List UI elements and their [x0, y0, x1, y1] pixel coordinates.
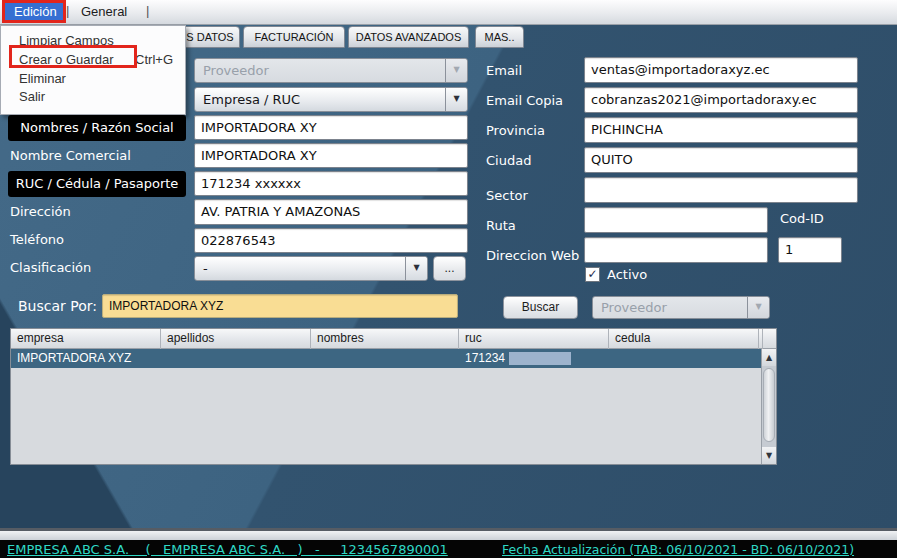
- sector-input[interactable]: [584, 177, 858, 203]
- direccion-input[interactable]: AV. PATRIA Y AMAZONAS: [194, 199, 468, 225]
- telefono-label: Teléfono: [10, 232, 64, 247]
- activo-checkbox[interactable]: ✓: [585, 267, 600, 282]
- empresa-ruc-combo-value: Empresa / RUC: [203, 88, 300, 111]
- scrollbar-thumb[interactable]: [763, 368, 775, 442]
- results-table: empresa apellidos nombres ruc cedula IMP…: [10, 328, 777, 465]
- menu-general[interactable]: General: [72, 2, 136, 22]
- email-copia-input[interactable]: cobranzas2021@importadoraxy.ec: [584, 87, 858, 113]
- menu-separator: |: [146, 3, 149, 18]
- scroll-down-icon[interactable]: ▼: [762, 447, 776, 464]
- tab-datos[interactable]: S DATOS: [180, 26, 240, 48]
- table-row[interactable]: IMPORTADORA XYZ 171234: [11, 349, 763, 368]
- annotation-box-crear-o-guardar: [9, 45, 137, 68]
- buscar-input[interactable]: IMPORTADORA XYZ: [102, 294, 458, 318]
- direccion-web-label: Direccion Web: [486, 248, 579, 263]
- direccion-web-input[interactable]: [584, 237, 768, 263]
- header-ruc[interactable]: ruc: [459, 329, 609, 349]
- cod-id-input[interactable]: 1: [778, 237, 842, 263]
- header-cedula[interactable]: cedula: [609, 329, 759, 349]
- edicion-dropdown-menu: Limpiar Campos Crear o Guardar Ctrl+G El…: [0, 25, 186, 115]
- ruc-cedula-pasaporte-label: RUC / Cédula / Pasaporte: [8, 171, 186, 197]
- nombre-comercial-label: Nombre Comercial: [10, 148, 131, 163]
- activo-label: Activo: [607, 267, 647, 282]
- email-label: Email: [486, 63, 522, 78]
- clasificacion-combo[interactable]: - ▼: [194, 256, 428, 281]
- chevron-down-icon[interactable]: ▼: [747, 297, 769, 318]
- clasificacion-more-button[interactable]: ...: [433, 256, 466, 281]
- email-input[interactable]: ventas@importadoraxyz.ec: [584, 57, 858, 83]
- tab-datos-avanzados[interactable]: DATOS AVANZADOS: [348, 26, 469, 48]
- status-bar: EMPRESA ABC S.A. ( EMPRESA ABC S.A. ) - …: [0, 540, 897, 558]
- ciudad-label: Ciudad: [486, 153, 531, 168]
- nombres-razon-social-label: Nombres / Razón Social: [8, 115, 186, 141]
- cell-ruc-text: 171234: [465, 351, 505, 365]
- search-filter-combo[interactable]: Proveedor ▼: [592, 296, 770, 319]
- provincia-label: Provincia: [486, 123, 545, 138]
- proveedor-combo-value: Proveedor: [203, 59, 269, 82]
- table-header-row: empresa apellidos nombres ruc cedula: [11, 329, 776, 349]
- buscar-button[interactable]: Buscar: [503, 296, 578, 319]
- header-nombres[interactable]: nombres: [311, 329, 459, 349]
- tab-facturacion[interactable]: FACTURACIÓN: [243, 26, 345, 48]
- header-filler: [763, 329, 776, 349]
- email-copia-label: Email Copia: [486, 93, 563, 108]
- ruc-input[interactable]: 171234 xxxxxx: [194, 171, 468, 196]
- redaction-box: [509, 352, 571, 365]
- menu-bar: Edición | General |: [0, 0, 897, 25]
- cell-empresa: IMPORTADORA XYZ: [11, 349, 161, 368]
- nombre-comercial-input[interactable]: IMPORTADORA XY: [194, 143, 468, 168]
- scroll-up-icon[interactable]: ▲: [762, 349, 776, 366]
- empresa-ruc-combo[interactable]: Empresa / RUC ▼: [194, 87, 468, 112]
- cell-apellidos: [161, 349, 311, 368]
- chevron-down-icon[interactable]: ▼: [405, 257, 427, 280]
- cell-ruc: 171234: [459, 349, 609, 368]
- crear-shortcut-label: Ctrl+G: [135, 50, 173, 69]
- check-icon: ✓: [587, 267, 597, 281]
- chevron-down-icon[interactable]: ▼: [445, 88, 467, 111]
- sector-label: Sector: [486, 188, 528, 203]
- menu-item-salir[interactable]: Salir: [1, 87, 185, 106]
- status-update-date-text: Fecha Actualización (TAB: 06/10/2021 - B…: [502, 542, 854, 557]
- provincia-input[interactable]: PICHINCHA: [584, 117, 858, 143]
- ciudad-input[interactable]: QUITO: [584, 147, 858, 173]
- telefono-input[interactable]: 022876543: [194, 228, 468, 253]
- nombres-input[interactable]: IMPORTADORA XY: [194, 115, 468, 140]
- cell-nombres: [311, 349, 459, 368]
- tab-mas[interactable]: MAS..: [475, 26, 524, 48]
- app-window: Edición | General | S DATOS FACTURACIÓN …: [0, 0, 897, 558]
- ruta-label: Ruta: [486, 218, 516, 233]
- chevron-down-icon[interactable]: ▼: [445, 59, 467, 82]
- menu-item-eliminar[interactable]: Eliminar: [1, 69, 185, 88]
- status-strip: [0, 531, 897, 540]
- search-filter-value: Proveedor: [601, 297, 667, 318]
- buscar-por-label: Buscar Por:: [18, 298, 97, 314]
- cod-id-label: Cod-ID: [780, 211, 824, 226]
- status-company-text: EMPRESA ABC S.A. ( EMPRESA ABC S.A. ) - …: [7, 542, 448, 557]
- direccion-label: Dirección: [10, 204, 71, 219]
- header-apellidos[interactable]: apellidos: [161, 329, 311, 349]
- clasificacion-label: Clasificación: [10, 260, 91, 275]
- cell-cedula: [609, 349, 759, 368]
- menu-separator: |: [66, 3, 69, 18]
- annotation-box-edicion: [2, 0, 66, 23]
- ruta-input[interactable]: [584, 207, 768, 233]
- vertical-scrollbar[interactable]: ▲ ▼: [761, 349, 776, 464]
- proveedor-combo[interactable]: Proveedor ▼: [194, 58, 468, 83]
- header-empresa[interactable]: empresa: [11, 329, 161, 349]
- clasificacion-combo-value: -: [203, 257, 208, 280]
